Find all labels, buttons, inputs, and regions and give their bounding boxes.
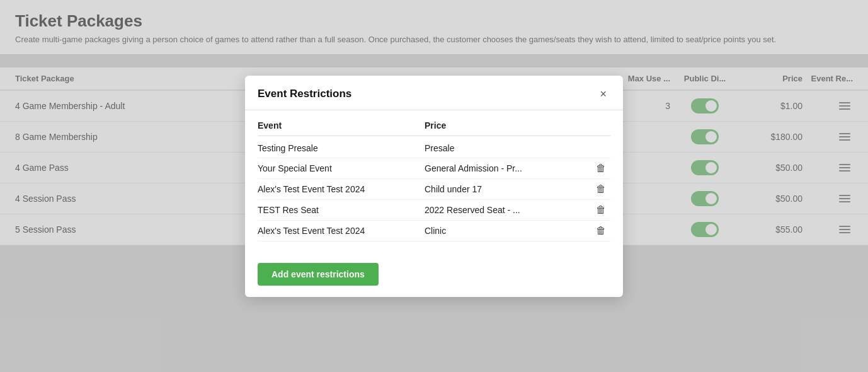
modal-row-price: 2022 Reserved Seat - ... [425, 205, 591, 215]
modal-row-event: Your Special Event [258, 163, 425, 173]
modal-header: Event Restrictions × [245, 76, 623, 110]
modal-row: Testing Presale Presale [258, 139, 610, 158]
page-container: Ticket Packages Create multi-game packag… [0, 0, 868, 372]
modal-row: Alex's Test Event Test 2024 Child under … [258, 179, 610, 200]
modal-row-action-2[interactable]: 🗑 [591, 163, 610, 174]
modal-row-price: General Admission - Pr... [425, 163, 591, 173]
modal-body: Event Price Testing Presale Presale Your… [245, 110, 623, 254]
modal-col-header-price: Price [425, 120, 591, 131]
modal-row-event: Alex's Test Event Test 2024 [258, 226, 425, 236]
delete-icon[interactable]: 🗑 [596, 163, 606, 174]
modal-close-button[interactable]: × [596, 87, 610, 101]
modal-row-action-5[interactable]: 🗑 [591, 225, 610, 236]
modal-title: Event Restrictions [258, 88, 351, 100]
modal-row-event: Alex's Test Event Test 2024 [258, 184, 425, 194]
modal-row-price: Presale [425, 143, 591, 153]
modal-row-action-3[interactable]: 🗑 [591, 183, 610, 195]
delete-icon[interactable]: 🗑 [596, 225, 606, 236]
delete-icon[interactable]: 🗑 [596, 183, 606, 195]
modal-row-price: Clinic [425, 226, 591, 236]
modal-row-event: TEST Res Seat [258, 205, 425, 215]
modal-overlay: Event Restrictions × Event Price Testing… [0, 0, 868, 372]
modal-row-event: Testing Presale [258, 143, 425, 153]
modal-table-header: Event Price [258, 120, 610, 136]
modal-row: Your Special Event General Admission - P… [258, 158, 610, 179]
modal-footer: Add event restrictions [245, 254, 623, 297]
modal-row-action-4[interactable]: 🗑 [591, 204, 610, 216]
modal-col-header-action [591, 120, 610, 131]
modal-col-header-event: Event [258, 120, 425, 131]
add-event-restrictions-button[interactable]: Add event restrictions [258, 263, 379, 286]
modal-row: TEST Res Seat 2022 Reserved Seat - ... 🗑 [258, 200, 610, 221]
modal: Event Restrictions × Event Price Testing… [245, 76, 623, 297]
delete-icon[interactable]: 🗑 [596, 204, 606, 216]
modal-row: Alex's Test Event Test 2024 Clinic 🗑 [258, 221, 610, 241]
modal-row-price: Child under 17 [425, 184, 591, 194]
